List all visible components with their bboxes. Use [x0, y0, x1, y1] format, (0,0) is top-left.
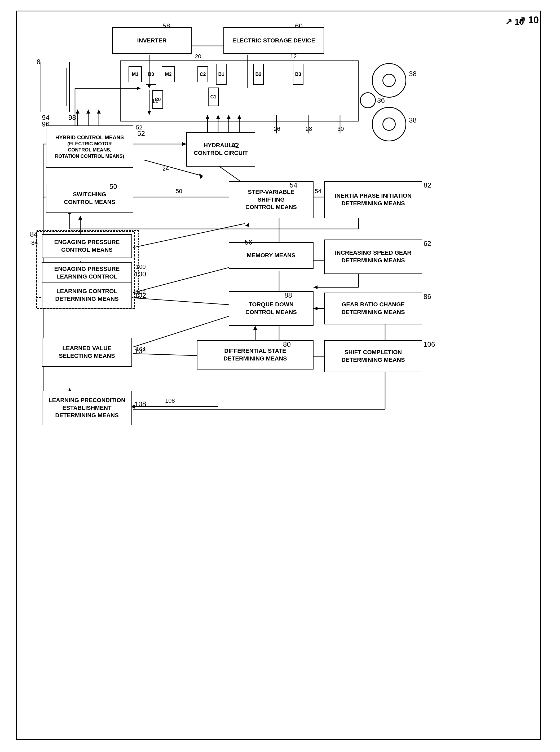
- torque-down-ref: 88: [284, 291, 292, 300]
- ref-38b: 38: [409, 116, 417, 124]
- svg-marker-48: [314, 307, 318, 310]
- hybrid-control-box: HYBRID CONTROL MEANS (ELECTRIC MOTOR CON…: [46, 126, 133, 168]
- b1-component: B1: [216, 64, 226, 85]
- svg-text:30: 30: [337, 126, 344, 132]
- wheel-1: [372, 63, 406, 98]
- ref-12: 12: [290, 53, 297, 60]
- figure-ref: ↗ 10: [518, 15, 539, 26]
- engine-block: [41, 62, 70, 112]
- hybrid-ref: 52: [137, 130, 145, 138]
- b3-component: B3: [293, 64, 303, 85]
- electric-storage-box: ELECTRIC STORAGE DEVICE: [223, 27, 324, 54]
- gear-ratio-box: GEAR RATIO CHANGE DETERMINING MEANS: [324, 293, 422, 324]
- inverter-box: INVERTER: [112, 27, 192, 54]
- ref-98: 98: [68, 114, 76, 122]
- ref-38a: 38: [409, 70, 417, 78]
- b0-component: B0: [146, 64, 156, 85]
- transmission-schematic: M1 B0 M2 C0 B1 C2 C1 B2 B3 20 12: [120, 60, 359, 121]
- differential-state-box: DIFFERENTIAL STATE DETERMINING MEANS: [197, 340, 314, 369]
- c1-component: C1: [208, 88, 219, 106]
- svg-text:108: 108: [165, 397, 175, 404]
- electric-storage-ref: 60: [295, 22, 303, 30]
- torque-down-box: TORQUE DOWN CONTROL MEANS: [229, 291, 314, 326]
- svg-marker-12: [182, 142, 186, 146]
- engaging-group-ref: 84: [30, 230, 38, 238]
- svg-marker-58: [253, 326, 257, 330]
- svg-marker-62: [78, 216, 82, 220]
- ref-20: 20: [195, 53, 201, 60]
- increasing-speed-box: INCREASING SPEED GEAR DETERMINING MEANS: [324, 239, 422, 274]
- svg-marker-96: [76, 110, 80, 114]
- b2-component: B2: [253, 64, 264, 85]
- diagram-container: ↗ 10: [16, 11, 541, 740]
- memory-ref: 56: [245, 238, 252, 246]
- svg-text:54: 54: [315, 188, 321, 194]
- hydraulic-ref: 42: [232, 141, 239, 150]
- svg-line-63: [133, 224, 245, 248]
- step-variable-ref: 54: [290, 181, 297, 189]
- differential-state-ref: 80: [283, 340, 291, 349]
- learning-precondition-box: LEARNING PRECONDITION ESTABLISHMENT DETE…: [42, 391, 132, 425]
- svg-marker-22: [199, 173, 203, 179]
- switching-ref: 50: [109, 182, 117, 191]
- ref-36: 36: [377, 96, 385, 104]
- step-variable-box: STEP-VARIABLE SHIFTING CONTROL MEANS: [229, 181, 314, 218]
- learned-value-box: LEARNED VALUE SELECTING MEANS: [42, 338, 132, 367]
- wheel-2: [372, 107, 406, 141]
- c0-component: C0: [153, 90, 163, 109]
- learning-precondition-ref: 108: [135, 400, 146, 408]
- svg-text:26: 26: [274, 126, 280, 132]
- increasing-speed-ref: 62: [423, 239, 431, 248]
- svg-marker-98: [86, 110, 90, 114]
- inertia-phase-ref: 82: [423, 181, 431, 189]
- shift-completion-box: SHIFT COMPLETION DETERMINING MEANS: [324, 340, 422, 372]
- learned-value-ref: 104: [135, 347, 146, 355]
- ref-8: 8: [37, 58, 40, 66]
- svg-line-67: [133, 298, 245, 306]
- svg-text:28: 28: [305, 126, 312, 132]
- learning-control-box: LEARNING CONTROL DETERMINING MEANS: [42, 282, 132, 308]
- diff-component: [360, 92, 376, 108]
- svg-marker-100: [97, 110, 101, 114]
- switching-control-box: SWITCHING CONTROL MEANS: [46, 184, 133, 213]
- svg-text:24: 24: [162, 165, 169, 172]
- svg-line-65: [133, 264, 245, 293]
- m2-component: M2: [162, 66, 175, 82]
- c2-component: C2: [197, 66, 208, 82]
- shift-completion-ref: 106: [423, 340, 435, 349]
- inverter-ref: 58: [162, 22, 170, 30]
- svg-marker-45: [314, 285, 318, 289]
- gear-ratio-ref: 86: [423, 293, 431, 301]
- svg-marker-64: [245, 223, 249, 227]
- inertia-phase-box: INERTIA PHASE INITIATION DETERMINING MEA…: [324, 181, 422, 218]
- memory-means-box: MEMORY MEANS: [229, 242, 314, 269]
- learning-control-ref: 102: [135, 291, 146, 300]
- hydraulic-control-box: HYDRAULIC CONTROL CIRCUIT: [186, 132, 255, 167]
- m1-component: M1: [128, 66, 142, 82]
- svg-text:50: 50: [176, 188, 182, 194]
